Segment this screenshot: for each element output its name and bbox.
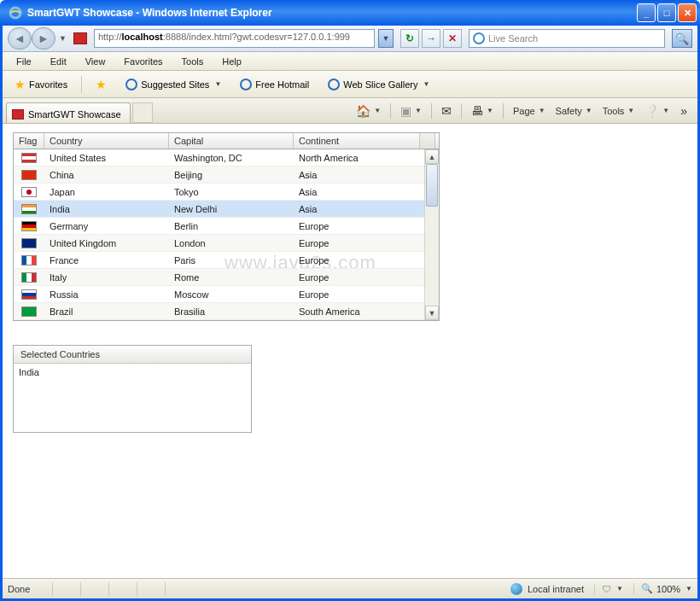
help-button[interactable]: ❔▼ (642, 102, 672, 120)
mail-icon: ✉ (441, 104, 452, 118)
menu-tools[interactable]: Tools (175, 55, 211, 68)
feeds-button[interactable]: ▣▼ (398, 102, 424, 120)
table-row[interactable]: RussiaMoscowEurope (14, 286, 425, 303)
selected-panel-title: Selected Countries (14, 346, 251, 364)
window-titlebar: SmartGWT Showcase - Windows Internet Exp… (0, 0, 700, 26)
search-button[interactable]: 🔍 (672, 29, 692, 48)
grid-header-flag[interactable]: Flag (14, 133, 44, 149)
menu-help[interactable]: Help (215, 55, 248, 68)
favorites-button[interactable]: ★ Favorites (9, 76, 73, 93)
flag-icon (21, 170, 37, 180)
stop-button[interactable]: ✕ (443, 29, 462, 48)
scroll-thumb[interactable] (426, 164, 438, 207)
print-icon: 🖶 (471, 104, 483, 118)
cell-flag (14, 202, 44, 216)
help-icon: ❔ (645, 104, 659, 118)
cell-country: United States (44, 151, 169, 165)
cell-continent: Asia (294, 202, 420, 216)
cell-country: Germany (44, 219, 169, 233)
nav-dropdown-icon[interactable]: ▼ (59, 34, 67, 43)
table-row[interactable]: United StatesWashington, DCNorth America (14, 149, 425, 166)
bing-icon (473, 32, 485, 44)
cell-capital: Rome (169, 271, 294, 284)
table-row[interactable]: FranceParisEurope (14, 252, 425, 269)
web-slice-link[interactable]: Web Slice Gallery ▼ (323, 77, 435, 92)
table-row[interactable]: BrazilBrasiliaSouth America (14, 303, 425, 320)
window-minimize-button[interactable]: _ (637, 3, 656, 22)
back-button[interactable]: ◄ (8, 27, 32, 50)
chevron-down-icon[interactable]: ▼ (685, 585, 692, 592)
page-menu[interactable]: Page▼ (510, 104, 548, 118)
url-host: localhost (121, 32, 162, 42)
tools-menu[interactable]: Tools▼ (600, 104, 638, 118)
cell-country: France (44, 254, 169, 267)
window-close-button[interactable]: ✕ (678, 3, 697, 22)
window-title: SmartGWT Showcase - Windows Internet Exp… (27, 7, 637, 19)
cell-flag (14, 151, 44, 165)
grid-header-capital[interactable]: Capital (169, 133, 294, 149)
chevron-down-icon: ▼ (214, 80, 221, 88)
new-tab-button[interactable] (132, 102, 153, 123)
tab-command-bar: SmartGWT Showcase 🏠▼ ▣▼ ✉ 🖶▼ Page▼ Safet… (3, 98, 697, 124)
table-row[interactable]: GermanyBerlinEurope (14, 218, 425, 235)
menu-favorites[interactable]: Favorites (117, 55, 169, 68)
tab-title: SmartGWT Showcase (28, 109, 121, 120)
protected-mode-icon[interactable]: 🛡 (602, 584, 611, 594)
cell-capital: London (169, 236, 294, 250)
go-button[interactable]: → (422, 29, 440, 48)
address-dropdown-button[interactable]: ▼ (378, 29, 394, 48)
window-maximize-button[interactable]: □ (657, 3, 676, 22)
forward-button[interactable]: ► (32, 27, 55, 50)
table-row[interactable]: ItalyRomeEurope (14, 269, 425, 286)
flag-icon (21, 306, 37, 317)
zoom-level[interactable]: 100% (656, 584, 680, 594)
safety-menu[interactable]: Safety▼ (553, 104, 595, 118)
tab-favicon-icon (12, 109, 24, 120)
ie-page-icon (328, 79, 340, 90)
cell-capital: Berlin (169, 219, 294, 233)
suggested-label: Suggested Sites (141, 79, 209, 90)
search-input[interactable]: Live Search (469, 29, 665, 48)
suggested-sites-link[interactable]: Suggested Sites ▼ (120, 77, 226, 92)
refresh-button[interactable]: ↻ (400, 29, 419, 48)
ie-page-icon (125, 79, 137, 90)
flag-icon (21, 255, 37, 265)
cell-country: United Kingdom (44, 236, 169, 250)
cell-capital: Tokyo (169, 185, 294, 199)
cell-flag (14, 305, 44, 318)
read-mail-button[interactable]: ✉ (439, 102, 454, 120)
table-row[interactable]: ChinaBeijingAsia (14, 166, 425, 184)
zone-globe-icon (510, 583, 522, 595)
add-favorite-button[interactable]: ★ (90, 76, 112, 93)
cell-continent: Europe (294, 288, 420, 301)
selected-panel-value: India (14, 364, 251, 432)
ie-page-icon (240, 79, 252, 90)
home-button[interactable]: 🏠▼ (353, 102, 383, 120)
status-text: Done (8, 584, 38, 594)
menu-view[interactable]: View (79, 55, 113, 68)
url-path: :8888/index.html?gwt.codesvr=127.0.0.1:9… (163, 32, 350, 42)
address-bar[interactable]: http://localhost:8888/index.html?gwt.cod… (94, 29, 375, 48)
favorites-bar: ★ Favorites ★ Suggested Sites ▼ Free Hot… (3, 71, 697, 98)
home-icon: 🏠 (356, 104, 370, 118)
table-row[interactable]: IndiaNew DelhiAsia (14, 201, 425, 218)
print-button[interactable]: 🖶▼ (469, 102, 496, 120)
cell-capital: Beijing (169, 168, 294, 182)
cell-continent: Europe (294, 271, 420, 284)
grid-header-country[interactable]: Country (44, 133, 169, 149)
flag-icon (21, 238, 37, 248)
free-hotmail-link[interactable]: Free Hotmail (235, 77, 314, 92)
table-row[interactable]: United KingdomLondonEurope (14, 235, 425, 252)
cell-flag (14, 254, 44, 267)
scroll-down-button[interactable]: ▼ (425, 306, 439, 320)
grid-header-scroll-spacer (420, 133, 435, 149)
grid-scrollbar[interactable]: ▲ ▼ (424, 149, 439, 320)
scroll-up-button[interactable]: ▲ (425, 149, 439, 164)
grid-header-continent[interactable]: Continent (294, 133, 420, 149)
table-row[interactable]: JapanTokyoAsia (14, 184, 425, 201)
browser-tab[interactable]: SmartGWT Showcase (6, 102, 131, 123)
overflow-chevron-icon[interactable]: » (677, 104, 691, 118)
menu-edit[interactable]: Edit (44, 55, 73, 68)
cell-flag (14, 236, 44, 250)
menu-file[interactable]: File (9, 55, 38, 68)
